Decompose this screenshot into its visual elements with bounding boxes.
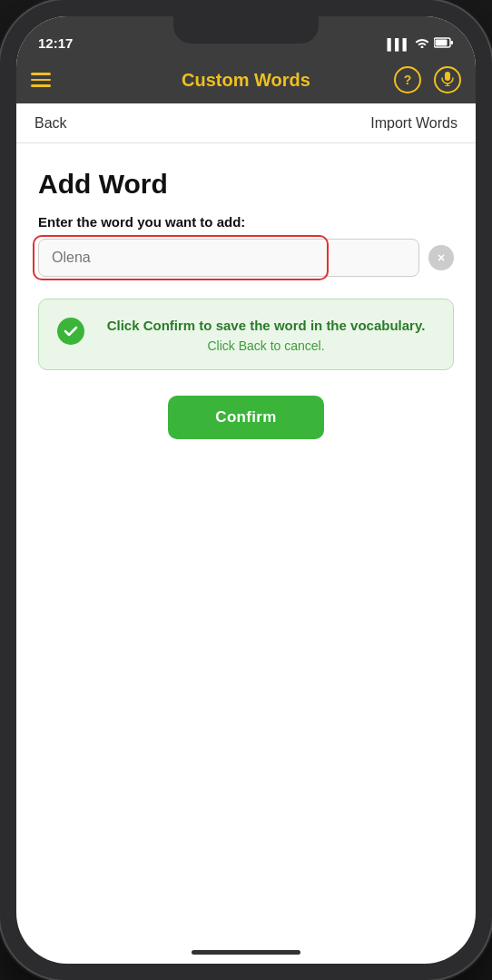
nav-right-icons: ? — [394, 66, 461, 93]
svg-rect-2 — [436, 40, 448, 46]
mic-icon-button[interactable] — [434, 66, 461, 93]
input-label: Enter the word you want to add: — [38, 214, 454, 230]
page-title: Add Word — [38, 169, 454, 200]
success-check-icon — [57, 318, 84, 345]
signal-icon: ▌▌▌ — [387, 38, 410, 51]
nav-title: Custom Words — [182, 70, 310, 91]
word-input-wrapper — [38, 239, 419, 277]
confirm-button[interactable]: Confirm — [168, 396, 323, 439]
phone-frame: 12:17 ▌▌▌ — [0, 0, 492, 980]
word-input[interactable] — [38, 239, 419, 277]
status-icons: ▌▌▌ — [387, 37, 454, 51]
secondary-nav: Back Import Words — [16, 103, 476, 143]
success-message-box: Click Confirm to save the word in the vo… — [38, 299, 454, 370]
input-row: × — [38, 239, 454, 277]
notch — [173, 16, 319, 44]
microphone-icon — [441, 72, 454, 89]
phone-screen: 12:17 ▌▌▌ — [16, 16, 476, 964]
battery-icon — [434, 37, 454, 51]
menu-icon[interactable] — [31, 73, 51, 87]
help-icon-button[interactable]: ? — [394, 66, 421, 93]
clear-input-button[interactable]: × — [428, 245, 454, 270]
main-content: Add Word Enter the word you want to add:… — [16, 143, 476, 461]
success-text-block: Click Confirm to save the word in the vo… — [97, 316, 435, 353]
svg-rect-3 — [445, 72, 450, 81]
status-time: 12:17 — [38, 35, 73, 51]
home-indicator — [192, 950, 300, 955]
success-main-text: Click Confirm to save the word in the vo… — [97, 316, 435, 335]
question-mark-icon: ? — [404, 73, 412, 87]
nav-bar: Custom Words ? — [16, 56, 476, 103]
svg-rect-1 — [451, 41, 454, 44]
back-button[interactable]: Back — [34, 115, 67, 132]
wifi-icon — [415, 37, 429, 51]
import-words-button[interactable]: Import Words — [370, 115, 458, 132]
success-sub-text: Click Back to cancel. — [97, 338, 435, 353]
